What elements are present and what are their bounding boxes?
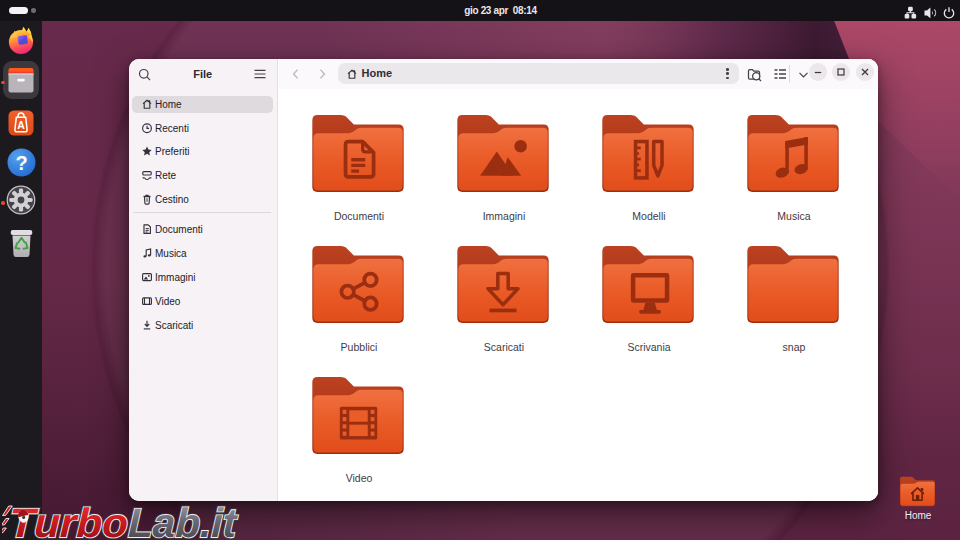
svg-text:A: A [17,119,25,131]
svg-text:?: ? [15,151,27,173]
svg-text:Lab.it: Lab.it [127,500,239,540]
